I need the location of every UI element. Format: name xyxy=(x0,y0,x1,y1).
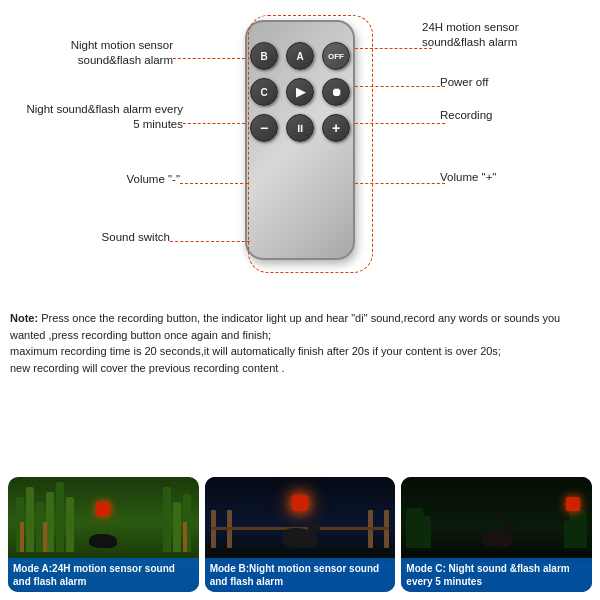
flash-b xyxy=(292,495,308,511)
dotline-sound-switch xyxy=(170,241,250,242)
note-section: Note: Press once the recording button, t… xyxy=(10,310,590,376)
plant-6 xyxy=(66,497,74,552)
button-mic[interactable]: ⏺ xyxy=(322,78,350,106)
tree-c2 xyxy=(417,516,431,548)
remote-row-1: B A OFF xyxy=(250,42,350,70)
label-power-off: Power off xyxy=(440,75,560,90)
plant-7 xyxy=(163,487,171,552)
card-mode-b: Mode B:Night motion sensor sound and fla… xyxy=(205,477,396,592)
label-sound-switch: Sound switch xyxy=(40,230,170,245)
flash-c xyxy=(566,497,580,511)
fence-post-a2 xyxy=(43,522,47,552)
card-b-label: Mode B:Night motion sensor sound and fla… xyxy=(205,558,396,592)
plant-5 xyxy=(56,482,64,552)
scene-c xyxy=(401,477,592,562)
button-off[interactable]: OFF xyxy=(322,42,350,70)
dotline-night-motion xyxy=(173,58,245,59)
scene-a xyxy=(8,477,199,562)
plant-2 xyxy=(26,487,34,552)
animal-a xyxy=(89,534,117,548)
dotline-power-off xyxy=(355,86,445,87)
label-volume-minus: Volume "-" xyxy=(60,172,180,187)
wolf-head xyxy=(308,522,320,532)
card-mode-c: Mode C: Night sound &flash alarm every 5… xyxy=(401,477,592,592)
dotline-24h xyxy=(355,48,432,49)
button-b[interactable]: B xyxy=(250,42,278,70)
label-night-motion: Night motion sensor sound&flash alarm xyxy=(18,38,173,68)
remote-row-2: C ▶ ⏺ xyxy=(250,78,350,106)
plant-4 xyxy=(46,492,54,552)
note-text: Press once the recording button, the ind… xyxy=(10,312,560,374)
dotline-night-alarm xyxy=(183,123,245,124)
remote-control: B A OFF C ▶ ⏺ − ⏸ + xyxy=(245,20,355,260)
button-minus[interactable]: − xyxy=(250,114,278,142)
remote-section: B A OFF C ▶ ⏺ − ⏸ + Night motion sensor … xyxy=(10,10,590,320)
label-night-alarm: Night sound&flash alarm every 5 minutes xyxy=(18,102,183,132)
button-play[interactable]: ▶ xyxy=(286,78,314,106)
dotline-volume-plus xyxy=(355,183,445,184)
label-recording: Recording xyxy=(440,108,560,123)
label-24h-motion: 24H motion sensor sound&flash alarm xyxy=(422,20,582,50)
scene-b xyxy=(205,477,396,562)
fence-post-a3 xyxy=(183,522,187,552)
button-a[interactable]: A xyxy=(286,42,314,70)
page-container: B A OFF C ▶ ⏺ − ⏸ + Night motion sensor … xyxy=(0,0,600,600)
button-pause[interactable]: ⏸ xyxy=(286,114,314,142)
flash-a xyxy=(96,502,110,516)
fence-post-a1 xyxy=(20,522,24,552)
dotline-recording xyxy=(355,123,445,124)
note-label: Note: xyxy=(10,312,38,324)
card-mode-a: Mode A:24H motion sensor sound and flash… xyxy=(8,477,199,592)
card-c-label: Mode C: Night sound &flash alarm every 5… xyxy=(401,558,592,592)
night-sky-b xyxy=(205,477,396,562)
label-volume-plus: Volume "+" xyxy=(440,170,560,185)
plant-8 xyxy=(173,502,181,552)
animal-head-c xyxy=(505,524,515,534)
button-plus[interactable]: + xyxy=(322,114,350,142)
remote-row-3: − ⏸ + xyxy=(250,114,350,142)
tree-c4 xyxy=(564,520,576,548)
mode-cards: Mode A:24H motion sensor sound and flash… xyxy=(8,477,592,592)
button-c[interactable]: C xyxy=(250,78,278,106)
dotline-volume-minus xyxy=(180,183,248,184)
card-a-label: Mode A:24H motion sensor sound and flash… xyxy=(8,558,199,592)
